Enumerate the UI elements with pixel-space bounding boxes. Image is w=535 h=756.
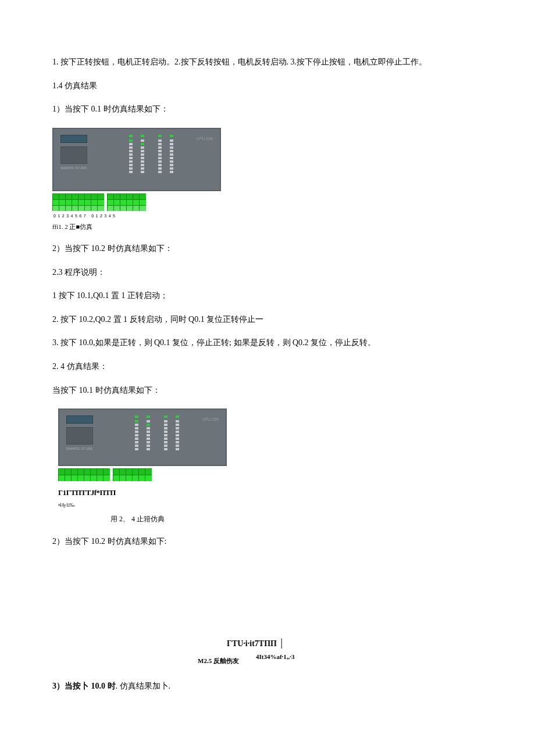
terminal-labels-b: 012345 <box>91 212 117 220</box>
plc-simulation-image-2: SIMATIC S7-200 CPU 224 <box>58 409 227 526</box>
bottom-caption: M2.5 反舳伤友 <box>198 655 483 667</box>
plc-cpu-label: CPU 224 <box>197 135 213 142</box>
para-7: 2. 按下 10.2,Q0.2 置 1 反转启动，同时 Q0.1 复位正转停止一 <box>52 312 483 328</box>
para-8: 3. 按下 10.0,如果是正转，则 Q0.1 复位，停止正转; 如果是反转，则… <box>52 335 483 351</box>
para-9: 2. 4 仿真结果： <box>52 359 483 375</box>
terminal-labels: 01234567 012345 <box>52 212 221 220</box>
image-2-garbled-1: Г1ГТПТТJf*ПТП <box>58 486 227 500</box>
para-12: 3）当按卜 10.0 时. 仿真结果加卜. <box>52 679 483 694</box>
para-4: 2）当按下 10.2 时仿真结果如下： <box>52 241 483 257</box>
para-12-suffix: . 仿真结果加卜. <box>116 682 171 690</box>
para-2: 1.4 仿真结果 <box>52 78 483 94</box>
plc-display <box>66 427 93 445</box>
para-12-bold: 10.0 <box>91 682 106 690</box>
plc-model-text: SIMATIC S7-200 <box>60 165 87 171</box>
para-10: 当按下 10.1 时仿真结果如下： <box>52 383 483 399</box>
terminal-blocks <box>52 194 221 211</box>
image-2-garbled-2: •I·Iy1i‰ <box>58 500 227 510</box>
para-6: 1 按下 10.1,Q0.1 置 1 正转启动； <box>52 288 483 304</box>
siemens-logo <box>60 135 87 143</box>
image-2-caption: 用 2、 4 止箝仿典 <box>110 513 227 526</box>
plc-cpu-label: CPU 224 <box>202 415 219 423</box>
bottom-garbled-1: ГTU·i·it7ТПП │ <box>227 636 483 652</box>
para-12-prefix: 3）当按卜 <box>52 682 91 690</box>
siemens-logo <box>66 415 93 424</box>
para-5: 2.3 程序说明： <box>52 265 483 281</box>
plc-display <box>60 146 87 164</box>
image-1-caption: ffi1. 2 正■仿真 <box>52 221 221 233</box>
terminal-blocks <box>58 468 227 486</box>
plc-model-text: SIMATIC S7-200 <box>66 446 92 452</box>
para-11: 2）当按下 10.2 时仿真结果如下: <box>52 534 483 550</box>
plc-simulation-image-1: SIMATIC S7-200 CPU 224 <box>52 128 221 233</box>
para-12-mid: 时 <box>105 682 116 690</box>
bottom-caption-block: ГTU·i·it7ТПП │ 4It34%af·1,,·3 M2.5 反舳伤友 <box>52 636 483 667</box>
terminal-labels-a: 01234567 <box>54 212 88 220</box>
para-3: 1）当按下 0.1 时仿真结果如下： <box>52 102 483 117</box>
para-1: 1. 按下正转按钮，电机正转启动。2.按下反转按钮，电机反转启动. 3.按下停止… <box>52 55 483 70</box>
